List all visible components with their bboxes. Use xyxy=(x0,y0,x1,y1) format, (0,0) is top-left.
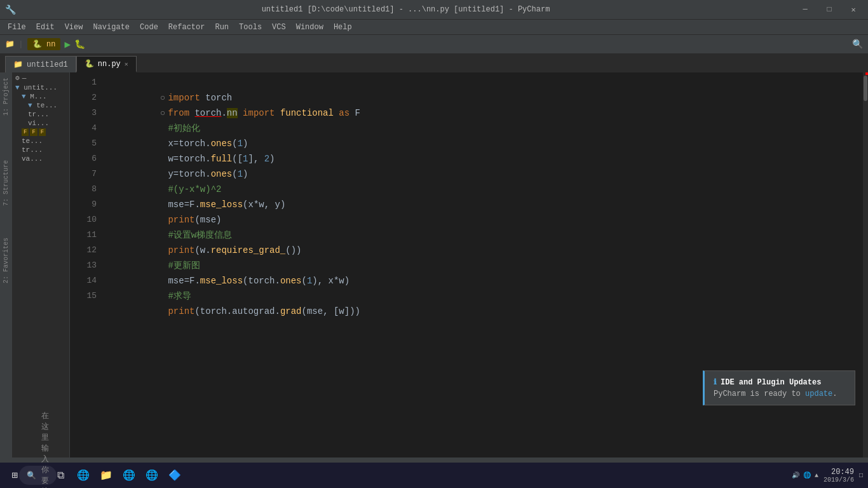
run-button[interactable]: ▶ xyxy=(64,38,71,51)
editor-tabs: 📁 untitled1 🐍 nn.py ✕ xyxy=(0,53,868,72)
toolbar: 📁 | 🐍 nn ▶ 🐛 🔍 xyxy=(0,34,868,53)
tab-close-icon[interactable]: ✕ xyxy=(125,60,128,68)
notification-popup: ℹ IDE and Plugin Updates PyCharm is read… xyxy=(703,370,855,405)
error-marker xyxy=(865,72,868,75)
system-tray: 🔊 🌐 ▲ xyxy=(792,471,818,479)
window-controls: — □ ✕ xyxy=(796,3,863,17)
menu-code[interactable]: Code xyxy=(135,22,163,33)
favorites-panel-tab[interactable]: 2: Favorites xyxy=(1,235,11,286)
code-line-15: print(torch.autograd.grad(mse, [w])) xyxy=(107,288,863,304)
notification-area[interactable]: □ xyxy=(859,472,863,479)
tab-icon: 🐍 xyxy=(85,59,94,69)
edge-icon[interactable]: 🌐 xyxy=(74,466,93,485)
sidebar-va[interactable]: va... xyxy=(19,154,69,163)
app-icon: 🔧 xyxy=(5,4,16,15)
task-view-button[interactable]: ⧉ xyxy=(51,466,70,485)
minimize-button[interactable]: — xyxy=(796,3,815,17)
sidebar-m[interactable]: ▼ M... xyxy=(19,92,69,101)
file-explorer-icon[interactable]: 📁 xyxy=(97,466,116,485)
project-sidebar: ⚙ — ▼ untit... ▼ M... ▼ te... tr... vi..… xyxy=(13,72,70,458)
scrollbar-thumb[interactable] xyxy=(864,76,867,101)
notification-title: ℹ IDE and Plugin Updates xyxy=(714,377,846,387)
sidebar-sub1[interactable]: ▼ te... xyxy=(25,101,69,110)
search-circle-icon: 🔍 xyxy=(27,471,36,480)
structure-panel-tab[interactable]: 7: Structure xyxy=(1,158,11,208)
taskbar-right: 🔊 🌐 ▲ 20:49 2019/3/6 □ xyxy=(792,468,863,484)
pycharm-taskbar-icon[interactable]: 🔷 xyxy=(165,466,184,485)
notification-body: PyCharm is ready to update. xyxy=(714,390,846,398)
toolbar-search-button[interactable]: 🔍 xyxy=(852,39,863,50)
line-numbers: 1 2 3 4 5 6 7 8 9 10 11 12 13 14 15 xyxy=(70,72,102,458)
gear-icon[interactable]: ⚙ xyxy=(15,74,20,82)
scrollbar[interactable] xyxy=(863,72,868,458)
title-bar: 🔧 untitled1 [D:\code\untitled1] - ...\nn… xyxy=(0,0,868,19)
windows-taskbar: ⊞ 🔍 在这里输入你要搜索的内容 ⧉ 🌐 📁 🌐 🌐 🔷 🔊 🌐 ▲ 20:49… xyxy=(0,463,868,488)
sidebar-sub3[interactable]: vi... xyxy=(25,119,69,128)
tab-nn-py[interactable]: 🐍 nn.py ✕ xyxy=(76,56,137,72)
tab-icon: 📁 xyxy=(13,60,23,69)
menu-edit[interactable]: Edit xyxy=(31,22,60,33)
code-line-13: mse=F.mse_loss(torch.ones(1), x*w) xyxy=(107,258,863,273)
tab-label: nn.py xyxy=(98,60,121,69)
tab-untitled1[interactable]: 📁 untitled1 xyxy=(5,56,76,72)
menu-file[interactable]: File xyxy=(3,22,31,33)
menu-bar: File Edit View Navigate Code Refactor Ru… xyxy=(0,19,868,34)
search-placeholder: 在这里输入你要搜索的内容 xyxy=(41,410,49,488)
sidebar-te[interactable]: te... xyxy=(19,137,69,146)
code-line-4: x=torch.ones(1) xyxy=(107,121,863,136)
menu-navigate[interactable]: Navigate xyxy=(88,22,135,33)
toolbar-separator: | xyxy=(18,39,24,49)
left-panel-tabs: 1: Project 7: Structure 2: Favorites xyxy=(0,72,13,458)
project-panel-tab[interactable]: 1: Project xyxy=(1,75,11,118)
menu-view[interactable]: View xyxy=(60,22,88,33)
update-link[interactable]: update xyxy=(805,390,832,398)
ie-icon[interactable]: 🌐 xyxy=(119,466,139,485)
taskbar-left: ⊞ 🔍 在这里输入你要搜索的内容 ⧉ 🌐 📁 🌐 🌐 🔷 xyxy=(5,466,184,485)
menu-window[interactable]: Window xyxy=(291,22,329,33)
project-icon: 📁 xyxy=(5,39,15,49)
close-button[interactable]: ✕ xyxy=(844,3,863,17)
chrome-icon[interactable]: 🌐 xyxy=(142,466,161,485)
code-line-1: ○import torch xyxy=(107,75,863,90)
sidebar-tr[interactable]: tr... xyxy=(19,146,69,154)
window-title: untitled1 [D:\code\untitled1] - ...\nn.p… xyxy=(16,5,796,14)
debug-button[interactable]: 🐛 xyxy=(74,39,85,50)
tab-label: untitled1 xyxy=(27,60,68,69)
time-display: 20:49 xyxy=(824,468,854,477)
menu-vcs[interactable]: VCS xyxy=(267,22,291,33)
menu-tools[interactable]: Tools xyxy=(234,22,267,33)
info-icon: ℹ xyxy=(714,377,717,387)
sidebar-sub2[interactable]: tr... xyxy=(25,110,69,119)
sidebar-untitled1[interactable]: ▼ untit... xyxy=(13,83,69,92)
search-taskbar-button[interactable]: 🔍 在这里输入你要搜索的内容 xyxy=(28,466,47,485)
maximize-button[interactable]: □ xyxy=(820,3,839,17)
clock: 20:49 2019/3/6 xyxy=(824,468,854,484)
collapse-icon[interactable]: — xyxy=(22,74,27,82)
menu-run[interactable]: Run xyxy=(210,22,234,33)
date-display: 2019/3/6 xyxy=(824,477,854,484)
run-config-label: 🐍 nn xyxy=(27,38,61,50)
menu-help[interactable]: Help xyxy=(329,22,357,33)
menu-refactor[interactable]: Refactor xyxy=(163,22,210,33)
